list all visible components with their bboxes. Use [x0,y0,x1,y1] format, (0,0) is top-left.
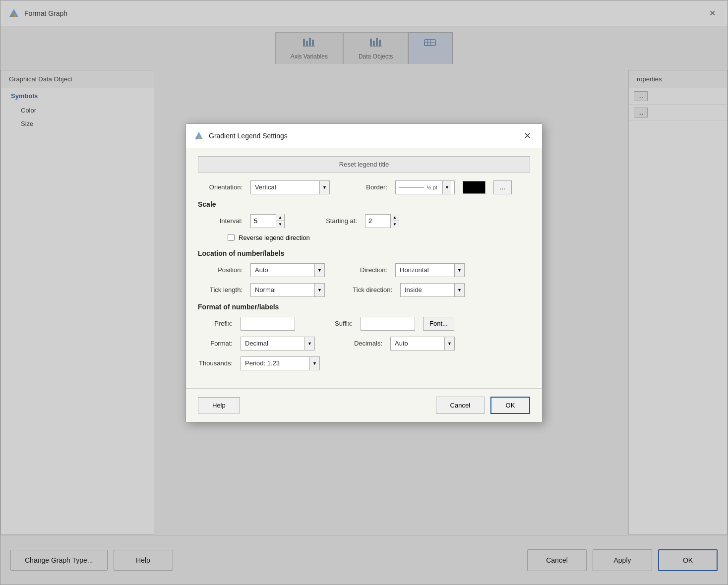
modal-titlebar: Gradient Legend Settings ✕ [186,124,542,148]
thousands-row: Thousands: Period: 1.23 ▼ [198,356,530,370]
position-direction-row: Position: Auto ▼ Direction: Horizontal ▼ [198,263,530,277]
tick-direction-label: Tick direction: [343,286,392,293]
interval-spinner[interactable]: 5 ▲ ▼ [250,214,285,228]
modal-ok-button[interactable]: OK [490,397,530,414]
interval-input[interactable]: 5 [251,215,276,228]
tick-length-select[interactable]: Normal ▼ [250,283,325,297]
decimals-value: Auto [391,340,444,347]
direction-label: Direction: [348,266,387,274]
orientation-select[interactable]: Vertical ▼ [250,180,330,194]
interval-spin-up[interactable]: ▲ [276,214,284,222]
suffix-label: Suffix: [323,320,353,327]
starting-at-input[interactable]: 2 [365,215,390,228]
thousands-dropdown-arrow[interactable]: ▼ [309,357,319,370]
interval-spin-down[interactable]: ▼ [276,221,284,228]
starting-at-spin-up[interactable]: ▲ [391,214,399,222]
modal-titlebar-left: Gradient Legend Settings [194,131,288,141]
direction-value: Horizontal [396,266,454,274]
tick-row: Tick length: Normal ▼ Tick direction: In… [198,283,530,297]
tick-length-dropdown-arrow[interactable]: ▼ [314,284,324,296]
position-select[interactable]: Auto ▼ [250,263,325,277]
location-section-title: Location of number/labels [198,249,530,257]
interval-label: Interval: [198,217,243,225]
starting-at-spinner[interactable]: 2 ▲ ▼ [365,214,399,228]
format-decimals-row: Format: Decimal ▼ Decimals: Auto ▼ [198,337,530,351]
modal-right-buttons: Cancel OK [436,397,530,414]
modal-help-button[interactable]: Help [198,397,240,413]
gradient-legend-settings-dialog: Gradient Legend Settings ✕ Reset legend … [185,123,543,422]
modal-body: Reset legend title Orientation: Vertical… [186,148,542,388]
modal-overlay: Gradient Legend Settings ✕ Reset legend … [0,0,728,585]
tick-length-label: Tick length: [198,286,243,293]
modal-title: Gradient Legend Settings [209,132,288,140]
tick-length-value: Normal [251,286,314,293]
border-line-preview [399,187,424,187]
thousands-value: Period: 1.23 [241,359,309,367]
modal-close-button[interactable]: ✕ [520,129,534,143]
reverse-label: Reverse legend direction [239,234,310,241]
decimals-select[interactable]: Auto ▼ [390,337,455,351]
starting-at-arrows: ▲ ▼ [390,214,399,228]
border-dropdown-arrow[interactable]: ▼ [442,181,451,194]
suffix-input[interactable] [361,317,415,331]
starting-at-label: Starting at: [312,217,357,225]
border-select[interactable]: ½ pt ▼ [395,180,455,194]
position-dropdown-arrow[interactable]: ▼ [314,264,324,277]
direction-select[interactable]: Horizontal ▼ [395,263,465,277]
orientation-value: Vertical [251,183,319,191]
tick-direction-value: Inside [401,286,454,293]
format-section-title: Format of number/labels [198,303,530,311]
prefix-suffix-row: Prefix: Suffix: Font... [198,317,530,331]
modal-cancel-button[interactable]: Cancel [436,397,485,414]
modal-footer: Help Cancel OK [186,388,542,422]
orientation-dropdown-arrow[interactable]: ▼ [319,181,329,194]
position-label: Position: [198,266,243,274]
font-button[interactable]: Font... [423,317,454,331]
tick-direction-select[interactable]: Inside ▼ [400,283,465,297]
prefix-input[interactable] [241,317,295,331]
interval-row: Interval: 5 ▲ ▼ Starting at: 2 ▲ ▼ [198,214,530,228]
decimals-label: Decimals: [343,340,382,347]
format-label: Format: [198,340,233,347]
format-dropdown-arrow[interactable]: ▼ [304,337,314,350]
position-value: Auto [251,266,314,274]
orientation-border-row: Orientation: Vertical ▼ Border: ½ pt ▼ .… [198,180,530,194]
prefix-label: Prefix: [198,320,233,327]
orientation-label: Orientation: [198,183,243,191]
format-value: Decimal [241,340,304,347]
tick-direction-dropdown-arrow[interactable]: ▼ [454,284,464,296]
reverse-checkbox[interactable] [228,234,235,241]
border-size-label: ½ pt [427,184,437,190]
thousands-select[interactable]: Period: 1.23 ▼ [241,356,320,370]
border-color-swatch[interactable] [463,181,485,194]
format-select[interactable]: Decimal ▼ [241,337,315,351]
border-label: Border: [358,183,387,191]
reset-legend-title-button[interactable]: Reset legend title [198,156,530,173]
decimals-dropdown-arrow[interactable]: ▼ [444,337,454,350]
scale-section-title: Scale [198,200,530,208]
border-extra-button[interactable]: ... [493,180,512,194]
reverse-row: Reverse legend direction [228,234,530,241]
thousands-label: Thousands: [198,359,233,367]
interval-spinner-arrows: ▲ ▼ [276,214,284,228]
starting-at-spin-down[interactable]: ▼ [391,221,399,228]
modal-app-icon [194,131,204,141]
direction-dropdown-arrow[interactable]: ▼ [454,264,464,277]
